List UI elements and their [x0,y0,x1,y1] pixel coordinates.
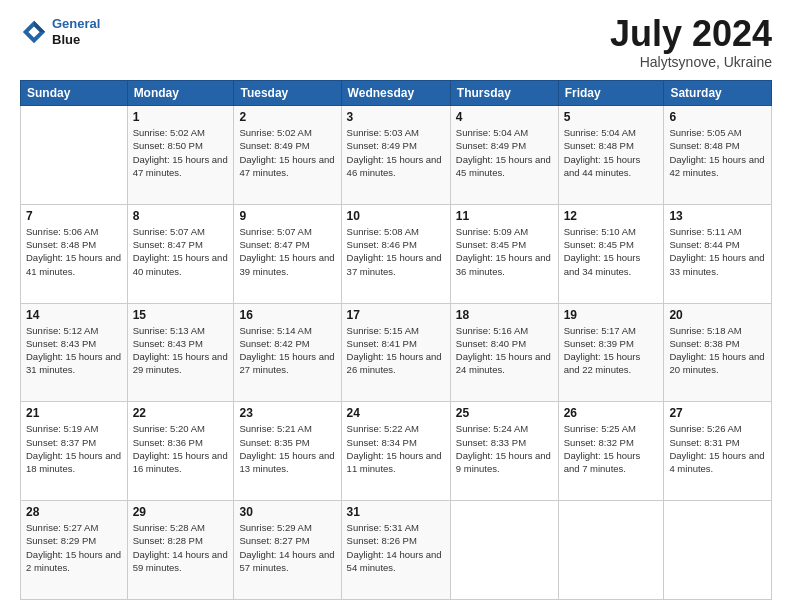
cell-3-3: 24Sunrise: 5:22 AM Sunset: 8:34 PM Dayli… [341,402,450,501]
cell-date: 1 [133,110,229,124]
week-row-3: 21Sunrise: 5:19 AM Sunset: 8:37 PM Dayli… [21,402,772,501]
cell-date: 29 [133,505,229,519]
cell-date: 5 [564,110,659,124]
cell-date: 7 [26,209,122,223]
cell-1-0: 7Sunrise: 5:06 AM Sunset: 8:48 PM Daylig… [21,204,128,303]
cell-2-1: 15Sunrise: 5:13 AM Sunset: 8:43 PM Dayli… [127,303,234,402]
cell-info: Sunrise: 5:25 AM Sunset: 8:32 PM Dayligh… [564,422,659,475]
cell-info: Sunrise: 5:07 AM Sunset: 8:47 PM Dayligh… [239,225,335,278]
cell-4-0: 28Sunrise: 5:27 AM Sunset: 8:29 PM Dayli… [21,501,128,600]
cell-info: Sunrise: 5:15 AM Sunset: 8:41 PM Dayligh… [347,324,445,377]
cell-info: Sunrise: 5:13 AM Sunset: 8:43 PM Dayligh… [133,324,229,377]
cell-info: Sunrise: 5:22 AM Sunset: 8:34 PM Dayligh… [347,422,445,475]
cell-4-3: 31Sunrise: 5:31 AM Sunset: 8:26 PM Dayli… [341,501,450,600]
week-row-0: 1Sunrise: 5:02 AM Sunset: 8:50 PM Daylig… [21,106,772,205]
cell-date: 9 [239,209,335,223]
cell-date: 3 [347,110,445,124]
col-friday: Friday [558,81,664,106]
cell-2-5: 19Sunrise: 5:17 AM Sunset: 8:39 PM Dayli… [558,303,664,402]
cell-1-4: 11Sunrise: 5:09 AM Sunset: 8:45 PM Dayli… [450,204,558,303]
cell-info: Sunrise: 5:17 AM Sunset: 8:39 PM Dayligh… [564,324,659,377]
cell-date: 16 [239,308,335,322]
col-sunday: Sunday [21,81,128,106]
cell-info: Sunrise: 5:14 AM Sunset: 8:42 PM Dayligh… [239,324,335,377]
header-row: Sunday Monday Tuesday Wednesday Thursday… [21,81,772,106]
cell-info: Sunrise: 5:27 AM Sunset: 8:29 PM Dayligh… [26,521,122,574]
cell-info: Sunrise: 5:29 AM Sunset: 8:27 PM Dayligh… [239,521,335,574]
cell-3-4: 25Sunrise: 5:24 AM Sunset: 8:33 PM Dayli… [450,402,558,501]
cell-info: Sunrise: 5:26 AM Sunset: 8:31 PM Dayligh… [669,422,766,475]
cell-4-2: 30Sunrise: 5:29 AM Sunset: 8:27 PM Dayli… [234,501,341,600]
cell-2-2: 16Sunrise: 5:14 AM Sunset: 8:42 PM Dayli… [234,303,341,402]
cell-date: 12 [564,209,659,223]
cell-0-1: 1Sunrise: 5:02 AM Sunset: 8:50 PM Daylig… [127,106,234,205]
cell-2-6: 20Sunrise: 5:18 AM Sunset: 8:38 PM Dayli… [664,303,772,402]
calendar-table: Sunday Monday Tuesday Wednesday Thursday… [20,80,772,600]
cell-0-6: 6Sunrise: 5:05 AM Sunset: 8:48 PM Daylig… [664,106,772,205]
cell-1-3: 10Sunrise: 5:08 AM Sunset: 8:46 PM Dayli… [341,204,450,303]
cell-0-4: 4Sunrise: 5:04 AM Sunset: 8:49 PM Daylig… [450,106,558,205]
cell-3-1: 22Sunrise: 5:20 AM Sunset: 8:36 PM Dayli… [127,402,234,501]
cell-date: 15 [133,308,229,322]
logo-line1: General [52,16,100,31]
cell-1-1: 8Sunrise: 5:07 AM Sunset: 8:47 PM Daylig… [127,204,234,303]
cell-info: Sunrise: 5:10 AM Sunset: 8:45 PM Dayligh… [564,225,659,278]
cell-info: Sunrise: 5:06 AM Sunset: 8:48 PM Dayligh… [26,225,122,278]
cell-info: Sunrise: 5:09 AM Sunset: 8:45 PM Dayligh… [456,225,553,278]
cell-info: Sunrise: 5:03 AM Sunset: 8:49 PM Dayligh… [347,126,445,179]
cell-3-5: 26Sunrise: 5:25 AM Sunset: 8:32 PM Dayli… [558,402,664,501]
cell-date: 8 [133,209,229,223]
cell-info: Sunrise: 5:05 AM Sunset: 8:48 PM Dayligh… [669,126,766,179]
cell-date: 28 [26,505,122,519]
cell-info: Sunrise: 5:08 AM Sunset: 8:46 PM Dayligh… [347,225,445,278]
month-title: July 2024 [610,16,772,52]
cell-date: 24 [347,406,445,420]
cell-3-2: 23Sunrise: 5:21 AM Sunset: 8:35 PM Dayli… [234,402,341,501]
week-row-4: 28Sunrise: 5:27 AM Sunset: 8:29 PM Dayli… [21,501,772,600]
col-saturday: Saturday [664,81,772,106]
cell-info: Sunrise: 5:31 AM Sunset: 8:26 PM Dayligh… [347,521,445,574]
col-wednesday: Wednesday [341,81,450,106]
cell-info: Sunrise: 5:28 AM Sunset: 8:28 PM Dayligh… [133,521,229,574]
week-row-2: 14Sunrise: 5:12 AM Sunset: 8:43 PM Dayli… [21,303,772,402]
logo-icon [20,18,48,46]
cell-info: Sunrise: 5:07 AM Sunset: 8:47 PM Dayligh… [133,225,229,278]
cell-info: Sunrise: 5:20 AM Sunset: 8:36 PM Dayligh… [133,422,229,475]
cell-3-6: 27Sunrise: 5:26 AM Sunset: 8:31 PM Dayli… [664,402,772,501]
cell-date: 6 [669,110,766,124]
cell-date: 21 [26,406,122,420]
cell-4-1: 29Sunrise: 5:28 AM Sunset: 8:28 PM Dayli… [127,501,234,600]
cell-date: 13 [669,209,766,223]
cell-date: 11 [456,209,553,223]
logo-line2: Blue [52,32,100,48]
cell-0-3: 3Sunrise: 5:03 AM Sunset: 8:49 PM Daylig… [341,106,450,205]
cell-info: Sunrise: 5:24 AM Sunset: 8:33 PM Dayligh… [456,422,553,475]
cell-4-5 [558,501,664,600]
cell-info: Sunrise: 5:02 AM Sunset: 8:49 PM Dayligh… [239,126,335,179]
cell-date: 27 [669,406,766,420]
cell-info: Sunrise: 5:04 AM Sunset: 8:48 PM Dayligh… [564,126,659,179]
logo-text: General Blue [52,16,100,47]
cell-date: 18 [456,308,553,322]
cell-2-3: 17Sunrise: 5:15 AM Sunset: 8:41 PM Dayli… [341,303,450,402]
cell-date: 23 [239,406,335,420]
cell-2-4: 18Sunrise: 5:16 AM Sunset: 8:40 PM Dayli… [450,303,558,402]
cell-date: 14 [26,308,122,322]
cell-info: Sunrise: 5:12 AM Sunset: 8:43 PM Dayligh… [26,324,122,377]
cell-0-2: 2Sunrise: 5:02 AM Sunset: 8:49 PM Daylig… [234,106,341,205]
page: General Blue July 2024 Halytsynove, Ukra… [0,0,792,612]
cell-info: Sunrise: 5:04 AM Sunset: 8:49 PM Dayligh… [456,126,553,179]
cell-info: Sunrise: 5:16 AM Sunset: 8:40 PM Dayligh… [456,324,553,377]
cell-info: Sunrise: 5:18 AM Sunset: 8:38 PM Dayligh… [669,324,766,377]
cell-date: 2 [239,110,335,124]
cell-date: 30 [239,505,335,519]
cell-date: 19 [564,308,659,322]
cell-date: 25 [456,406,553,420]
cell-info: Sunrise: 5:11 AM Sunset: 8:44 PM Dayligh… [669,225,766,278]
week-row-1: 7Sunrise: 5:06 AM Sunset: 8:48 PM Daylig… [21,204,772,303]
cell-2-0: 14Sunrise: 5:12 AM Sunset: 8:43 PM Dayli… [21,303,128,402]
title-block: July 2024 Halytsynove, Ukraine [610,16,772,70]
cell-date: 26 [564,406,659,420]
logo: General Blue [20,16,100,47]
col-tuesday: Tuesday [234,81,341,106]
